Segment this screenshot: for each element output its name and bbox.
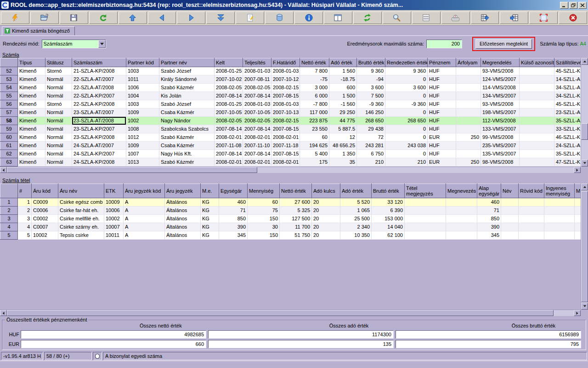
- row-number-cell[interactable]: 52: [0, 67, 18, 75]
- column-header[interactable]: Partner kód: [126, 58, 159, 67]
- undo-button[interactable]: [89, 12, 118, 24]
- cell[interactable]: -94: [357, 75, 385, 84]
- cell[interactable]: 2008-02-05: [243, 117, 271, 125]
- cell[interactable]: 25 500: [340, 215, 372, 223]
- cell[interactable]: Kimenő: [18, 133, 45, 142]
- cell[interactable]: [456, 142, 481, 150]
- cell[interactable]: [405, 198, 446, 207]
- cell[interactable]: Normál: [45, 117, 72, 125]
- import-table-button[interactable]: [500, 12, 528, 24]
- cell[interactable]: 2007-11-08: [215, 142, 243, 150]
- scroll-right-button[interactable]: [574, 310, 581, 316]
- cell[interactable]: 2008-02-01: [215, 133, 243, 142]
- cell[interactable]: Normál: [45, 150, 72, 158]
- cell[interactable]: 10011: [104, 231, 124, 240]
- cell[interactable]: KG: [201, 231, 219, 240]
- cell[interactable]: 223 875: [300, 117, 329, 125]
- cell[interactable]: 2008-01-25: [215, 100, 243, 109]
- row-number-cell[interactable]: 59: [0, 125, 18, 133]
- column-header[interactable]: Kelt: [215, 58, 243, 67]
- item-section-label[interactable]: Számla tétel: [0, 177, 588, 184]
- cell[interactable]: 51 750: [280, 231, 312, 240]
- table-row[interactable]: 33C0002Csirke mellfilé eh.10002AÁltaláno…: [0, 215, 581, 223]
- restore-button[interactable]: [569, 2, 577, 9]
- cell[interactable]: 1003: [126, 100, 159, 109]
- cell[interactable]: 2007-08-15: [271, 92, 300, 100]
- cell[interactable]: A: [124, 215, 165, 223]
- table-row[interactable]: 52KimenőStornó21-SZLA-KP/20081003Szabó J…: [0, 67, 581, 75]
- cell[interactable]: 2007-08-15: [271, 150, 300, 158]
- column-header[interactable]: Adó érték: [329, 58, 357, 67]
- row-number-cell[interactable]: 5: [0, 231, 18, 240]
- cell[interactable]: 2008-02-01: [271, 158, 300, 167]
- scrollbar-thumb[interactable]: [7, 310, 554, 316]
- row-number-cell[interactable]: 53: [0, 75, 18, 84]
- cell[interactable]: Szabolcska Szabolcs: [159, 125, 215, 133]
- cell[interactable]: 1007: [126, 150, 159, 158]
- cell[interactable]: [544, 207, 575, 215]
- cell[interactable]: [519, 215, 544, 223]
- cell[interactable]: 0: [385, 75, 428, 84]
- scroll-right-button[interactable]: [574, 167, 581, 173]
- cell[interactable]: KG: [201, 215, 219, 223]
- row-number-cell[interactable]: 54: [0, 84, 18, 92]
- cell[interactable]: Szabó Kázmér: [159, 84, 215, 92]
- cell[interactable]: [456, 92, 481, 100]
- cell[interactable]: Nagy Hús Kft.: [159, 150, 215, 158]
- cell[interactable]: 268 650: [385, 117, 428, 125]
- cell[interactable]: 0: [385, 150, 428, 158]
- info-button[interactable]: [294, 12, 323, 24]
- table-row[interactable]: 59KimenőNormál23-SZLA-KP/20071008Szabolc…: [0, 125, 581, 133]
- item-horizontal-scrollbar[interactable]: [0, 310, 581, 316]
- cell[interactable]: HUF: [428, 125, 456, 133]
- cell[interactable]: Kimenő: [18, 150, 45, 158]
- cell[interactable]: 135-VMS/2007: [481, 150, 520, 158]
- cell[interactable]: [446, 215, 477, 223]
- cell[interactable]: Csirke mellfilé eh.: [58, 215, 104, 223]
- cell[interactable]: 2007-11-18: [271, 142, 300, 150]
- table-row[interactable]: 11C0009Csirke egész comb eh.10009AÁltalá…: [0, 198, 581, 207]
- table-row[interactable]: 58KimenőNormál23-SZLA-AT/20081002Nagy Ná…: [0, 117, 581, 125]
- cell[interactable]: [501, 215, 519, 223]
- cell[interactable]: 10 350: [340, 231, 372, 240]
- cell[interactable]: 23 550: [300, 125, 329, 133]
- row-number-cell[interactable]: 1: [0, 198, 18, 207]
- column-header[interactable]: Megnevezés: [446, 184, 477, 198]
- export-table-button[interactable]: [471, 12, 499, 24]
- refresh-button[interactable]: [353, 12, 382, 24]
- cell[interactable]: 34-SZLL-A: [554, 84, 581, 92]
- cell[interactable]: 345: [477, 231, 501, 240]
- keyboard-button[interactable]: [441, 12, 470, 24]
- cell[interactable]: 45-SZLL-K: [554, 100, 581, 109]
- cell[interactable]: HUF: [428, 67, 456, 75]
- column-header[interactable]: Tétel megjegyzés: [405, 184, 446, 198]
- connect-button[interactable]: [1, 12, 29, 24]
- cell[interactable]: Szabó József: [159, 67, 215, 75]
- column-header[interactable]: Áru kód: [32, 184, 58, 198]
- columns-button[interactable]: [324, 12, 352, 24]
- cell[interactable]: 2008-01-03: [271, 100, 300, 109]
- cell[interactable]: 2008-01-03: [271, 67, 300, 75]
- cell[interactable]: 10009: [104, 198, 124, 207]
- cell[interactable]: Szabó Kázmér: [159, 133, 215, 142]
- cell[interactable]: 1 500: [329, 92, 357, 100]
- cell[interactable]: 153 000: [372, 215, 405, 223]
- cell[interactable]: [520, 125, 554, 133]
- database-button[interactable]: [265, 12, 294, 24]
- cell[interactable]: 250: [456, 158, 481, 167]
- cell[interactable]: 390: [219, 223, 248, 231]
- cell[interactable]: 6 390: [372, 207, 405, 215]
- cell[interactable]: 2: [18, 207, 32, 215]
- cell[interactable]: 1013: [126, 158, 159, 167]
- huf-gross-total-field[interactable]: 6156989: [396, 330, 581, 339]
- cell[interactable]: Stornó: [45, 67, 72, 75]
- cell[interactable]: KG: [201, 207, 219, 215]
- cell[interactable]: 93-VMS/2008: [481, 100, 520, 109]
- cell[interactable]: 10006: [104, 207, 124, 215]
- cell[interactable]: EUR: [428, 133, 456, 142]
- cell[interactable]: Általános: [165, 223, 201, 231]
- cell[interactable]: 6 000: [300, 92, 329, 100]
- table-row[interactable]: 60KimenőNormál23-SZLA-KP/20081012Szabó K…: [0, 133, 581, 142]
- cell[interactable]: 133-VMS/2007: [481, 125, 520, 133]
- cell[interactable]: Normál: [45, 109, 72, 117]
